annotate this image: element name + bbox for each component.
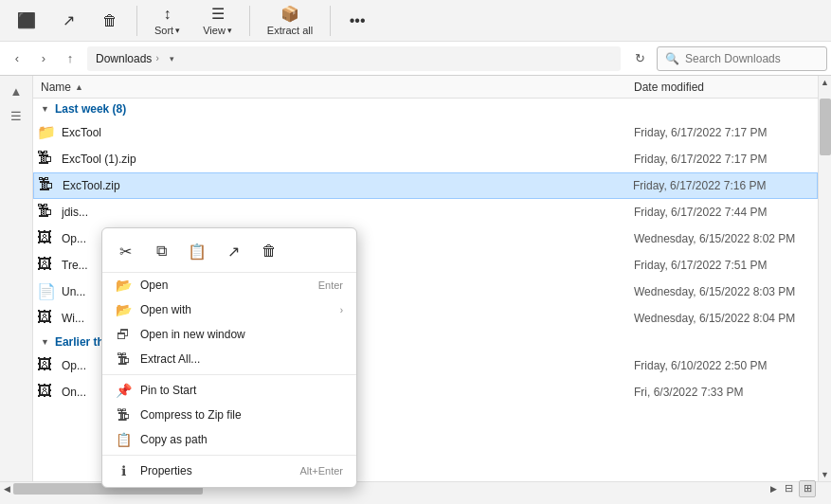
file-date-tre: Friday, 6/17/2022 7:51 PM: [634, 259, 814, 272]
expand-icon: ⬛: [17, 11, 36, 29]
nav-panel-button[interactable]: ☰: [5, 104, 27, 127]
doc-icon: 📄: [37, 282, 56, 301]
ctx-open-with-label: Open with: [140, 303, 331, 316]
group-header-last-week[interactable]: ▼ Last week (8): [33, 99, 818, 119]
ctx-paste-button[interactable]: 📋: [182, 236, 212, 266]
ctx-share-button[interactable]: ↗: [218, 236, 248, 266]
file-date-op2: Friday, 6/10/2022 2:50 PM: [634, 359, 814, 372]
column-name-label: Name: [41, 81, 71, 94]
share-button[interactable]: ↗: [49, 8, 87, 33]
ctx-open[interactable]: 📂 Open Enter: [102, 273, 356, 297]
scrollbar-track[interactable]: [819, 89, 832, 468]
up-button[interactable]: ↑: [57, 45, 83, 72]
ctx-extract-label: Extract All...: [140, 352, 343, 366]
ctx-share-icon: ↗: [227, 243, 240, 261]
group-collapse-icon: ▼: [41, 104, 49, 114]
ctx-open-with[interactable]: 📂 Open with ›: [102, 297, 356, 322]
scroll-up-button[interactable]: ▲: [819, 76, 832, 89]
address-path[interactable]: Downloads › ▾: [87, 46, 621, 71]
ctx-properties-shortcut: Alt+Enter: [299, 465, 343, 477]
scroll-right-button[interactable]: ▶: [767, 482, 780, 495]
view-icon: ☰: [211, 5, 225, 23]
file-row-jdis[interactable]: 🗜 jdis... Friday, 6/17/2022 7:44 PM: [33, 199, 818, 225]
toolbar-separator-2: [249, 6, 250, 36]
address-dropdown-icon[interactable]: ▾: [163, 46, 182, 71]
image-icon-5: 🖼: [37, 383, 56, 402]
context-menu-toolbar: ✂ ⧉ 📋 ↗ 🗑: [102, 232, 356, 273]
ctx-properties-icon: ℹ: [116, 463, 131, 478]
toolbar: ⬛ ↗ 🗑 ↕ Sort ▾ ☰ View ▾ 📦 Extract all ••…: [0, 0, 831, 42]
ctx-extract-all[interactable]: 🗜 Extract All...: [102, 347, 356, 371]
sort-arrow-icon: ▾: [175, 26, 180, 35]
ctx-cut-icon: ✂: [119, 243, 132, 261]
column-header-row: Name ▲ Date modified: [33, 76, 818, 99]
folder-icon: 📁: [37, 123, 56, 142]
toolbar-separator-1: [136, 6, 137, 36]
zip-icon-3: 🗜: [37, 203, 56, 222]
left-nav-panel: ▲ ☰: [0, 76, 33, 481]
ctx-pin-icon: 📌: [116, 383, 131, 398]
file-row-exctool[interactable]: 📁 ExcTool Friday, 6/17/2022 7:17 PM: [33, 119, 818, 146]
toolbar-separator-3: [330, 6, 331, 36]
ctx-pin-to-start[interactable]: 📌 Pin to Start: [102, 378, 356, 403]
search-box[interactable]: 🔍: [657, 46, 827, 71]
expand-button[interactable]: ⬛: [8, 8, 45, 33]
image-icon-4: 🖼: [37, 356, 56, 375]
ctx-delete-button[interactable]: 🗑: [254, 236, 284, 266]
file-date-exctool1zip: Friday, 6/17/2022 7:17 PM: [634, 153, 814, 166]
delete-icon: 🗑: [102, 12, 117, 29]
file-row-exctool1zip[interactable]: 🗜 ExcTool (1).zip Friday, 6/17/2022 7:17…: [33, 146, 818, 172]
ctx-copy-path-icon: 📋: [116, 432, 131, 447]
ctx-open-shortcut: Enter: [318, 279, 343, 291]
scroll-left-button[interactable]: ◀: [0, 482, 13, 495]
breadcrumb-chevron: ›: [155, 53, 158, 63]
extract-all-button[interactable]: 📦 Extract all: [258, 1, 322, 40]
view-tiles-button[interactable]: ⊞: [799, 480, 816, 497]
ctx-cut-button[interactable]: ✂: [110, 236, 140, 266]
search-icon: 🔍: [665, 52, 679, 65]
sort-icon: ↕: [164, 6, 172, 23]
scrollbar-thumb[interactable]: [820, 99, 831, 155]
ctx-separator-2: [102, 455, 356, 456]
file-date-exctool: Friday, 6/17/2022 7:17 PM: [634, 126, 814, 139]
collapse-panel-button[interactable]: ▲: [5, 80, 27, 102]
file-date-op1: Wednesday, 6/15/2022 8:02 PM: [634, 232, 814, 245]
file-name-jdis: jdis...: [62, 206, 634, 219]
ctx-open-new-window[interactable]: 🗗 Open in new window: [102, 322, 356, 347]
file-row-exctoolzip[interactable]: 🗜 ExcTool.zip Friday, 6/17/2022 7:16 PM: [33, 172, 818, 199]
ctx-open-icon: 📂: [116, 278, 131, 293]
file-name-exctool1zip: ExcTool (1).zip: [62, 153, 634, 166]
ctx-open-with-arrow-icon: ›: [340, 305, 343, 315]
delete-button[interactable]: 🗑: [91, 9, 129, 33]
sort-button[interactable]: ↕ Sort ▾: [145, 2, 190, 40]
forward-button[interactable]: ›: [30, 45, 57, 72]
column-sort-arrow-icon: ▲: [75, 82, 83, 92]
ctx-copy-as-path[interactable]: 📋 Copy as path: [102, 427, 356, 452]
refresh-button[interactable]: ↻: [626, 45, 653, 72]
search-input[interactable]: [685, 52, 827, 65]
view-button[interactable]: ☰ View ▾: [193, 1, 242, 40]
file-date-exctoolzip: Friday, 6/17/2022 7:16 PM: [633, 179, 813, 192]
share-icon: ↗: [63, 11, 75, 29]
ctx-copy-icon: ⧉: [156, 243, 167, 260]
ctx-open-label: Open: [140, 279, 309, 292]
file-name-exctool: ExcTool: [62, 126, 634, 139]
ctx-properties[interactable]: ℹ Properties Alt+Enter: [102, 459, 356, 483]
ctx-compress[interactable]: 🗜 Compress to Zip file: [102, 403, 356, 427]
ctx-open-with-icon: 📂: [116, 302, 131, 317]
file-date-on: Fri, 6/3/2022 7:33 PM: [634, 386, 814, 399]
ctx-open-new-window-label: Open in new window: [140, 328, 343, 341]
file-date-wi: Wednesday, 6/15/2022 8:04 PM: [634, 312, 814, 325]
back-button[interactable]: ‹: [4, 45, 30, 72]
ctx-pin-label: Pin to Start: [140, 384, 343, 397]
ctx-open-new-window-icon: 🗗: [116, 327, 131, 342]
vertical-scrollbar[interactable]: ▲ ▼: [818, 76, 831, 481]
more-icon: •••: [350, 12, 366, 29]
column-name[interactable]: Name ▲: [37, 81, 634, 94]
more-button[interactable]: •••: [338, 9, 376, 33]
context-menu: ✂ ⧉ 📋 ↗ 🗑 📂 Open Enter 📂 Open with › 🗗 O…: [101, 227, 357, 488]
ctx-copy-button[interactable]: ⧉: [146, 236, 176, 266]
column-date-modified[interactable]: Date modified: [634, 81, 814, 94]
zip-icon: 🗜: [37, 150, 56, 169]
view-details-button[interactable]: ⊟: [780, 480, 797, 497]
